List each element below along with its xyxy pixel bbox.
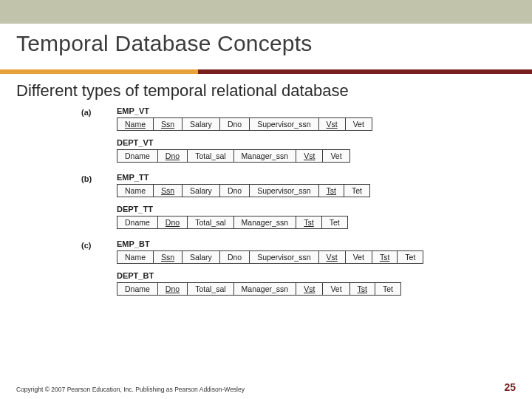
schema-attr: Total_sal (188, 216, 233, 229)
schema-attr: Dname (117, 283, 158, 296)
schema-attr: Dname (117, 216, 158, 229)
slide: Temporal Database Concepts Different typ… (0, 0, 532, 399)
schema-attr: Vet (345, 251, 372, 264)
schema-table: NameSsnSalaryDnoSupervisor_ssnTstTet (117, 184, 370, 197)
schema-attr: Tet (321, 216, 347, 229)
copyright-text: Copyright © 2007 Pearson Education, Inc.… (16, 386, 245, 393)
schema-table: DnameDnoTotal_salManager_ssnVstVet (117, 149, 350, 163)
content-area: (a)EMP_VTNameSsnSalaryDnoSupervisor_ssnV… (0, 106, 532, 303)
schema-section: (a)EMP_VTNameSsnSalaryDnoSupervisor_ssnV… (81, 106, 466, 170)
table-row: DnameDnoTotal_salManager_ssnVstVet (117, 150, 350, 163)
schema-attr: Tet (375, 283, 400, 296)
schema-attr: Ssn (154, 185, 183, 197)
schema-name: DEPT_TT (117, 205, 466, 214)
schema-attr: Tst (372, 251, 397, 264)
table-row: DnameDnoTotal_salManager_ssnTstTet (117, 216, 348, 229)
schema-block: EMP_TTNameSsnSalaryDnoSupervisor_ssnTstT… (117, 173, 466, 197)
schema-attr: Ssn (154, 251, 183, 264)
schema-attr: Vst (318, 118, 345, 131)
section-body: EMP_TTNameSsnSalaryDnoSupervisor_ssnTstT… (117, 173, 466, 236)
schema-attr: Salary (183, 251, 220, 264)
schema-table: DnameDnoTotal_salManager_ssnVstVetTstTet (117, 282, 401, 296)
schema-attr: Dno (157, 283, 187, 296)
section-letter: (b) (81, 173, 96, 183)
table-row: NameSsnSalaryDnoSupervisor_ssnTstTet (117, 185, 370, 197)
schema-name: EMP_TT (117, 173, 466, 182)
schema-attr: Manager_ssn (233, 216, 296, 229)
schema-attr: Supervisor_ssn (250, 185, 318, 197)
table-row: NameSsnSalaryDnoSupervisor_ssnVstVetTstT… (117, 251, 423, 264)
top-band (0, 0, 532, 24)
schema-attr: Salary (183, 118, 220, 131)
rule-row (0, 69, 532, 74)
schema-block: DEPT_TTDnameDnoTotal_salManager_ssnTstTe… (117, 205, 466, 229)
schema-attr: Name (117, 185, 154, 197)
rule-left (0, 69, 198, 74)
schema-attr: Dno (219, 118, 249, 131)
schema-table: NameSsnSalaryDnoSupervisor_ssnVstVet (117, 117, 372, 131)
schema-name: DEPT_BT (117, 271, 466, 280)
schema-section: (c)EMP_BTNameSsnSalaryDnoSupervisor_ssnV… (81, 239, 466, 303)
schema-attr: Total_sal (188, 150, 233, 163)
schema-attr: Name (117, 251, 154, 264)
schema-attr: Tet (398, 251, 423, 264)
rule-right (198, 69, 532, 74)
schema-attr: Manager_ssn (233, 150, 296, 163)
schema-block: EMP_BTNameSsnSalaryDnoSupervisor_ssnVstV… (117, 239, 466, 264)
section-body: EMP_BTNameSsnSalaryDnoSupervisor_ssnVstV… (117, 239, 466, 303)
schema-attr: Tst (349, 283, 375, 296)
schema-table: NameSsnSalaryDnoSupervisor_ssnVstVetTstT… (117, 250, 423, 264)
schema-attr: Tst (296, 216, 321, 229)
schema-attr: Tst (318, 185, 344, 197)
section-row: (a)EMP_VTNameSsnSalaryDnoSupervisor_ssnV… (81, 106, 466, 170)
schema-name: EMP_VT (117, 106, 466, 115)
schema-name: DEPT_VT (117, 138, 466, 147)
schema-attr: Dno (219, 251, 249, 264)
page-number: 25 (504, 381, 516, 393)
schema-attr: Vet (323, 150, 349, 163)
schema-attr: Name (117, 118, 154, 131)
schema-attr: Ssn (154, 118, 183, 131)
schema-attr: Salary (183, 185, 220, 197)
schema-attr: Supervisor_ssn (250, 251, 318, 264)
section-letter: (a) (81, 106, 96, 117)
schema-block: DEPT_VTDnameDnoTotal_salManager_ssnVstVe… (117, 138, 466, 163)
slide-subtitle: Different types of temporal relational d… (0, 74, 532, 105)
section-row: (c)EMP_BTNameSsnSalaryDnoSupervisor_ssnV… (81, 239, 466, 303)
schema-name: EMP_BT (117, 239, 466, 248)
schema-attr: Vet (323, 283, 349, 296)
schema-attr: Tet (344, 185, 369, 197)
schema-attr: Dno (157, 216, 187, 229)
schema-attr: Manager_ssn (233, 283, 296, 296)
title-area: Temporal Database Concepts (0, 24, 532, 69)
schema-table: DnameDnoTotal_salManager_ssnTstTet (117, 216, 348, 229)
schema-attr: Vst (296, 150, 323, 163)
schema-block: EMP_VTNameSsnSalaryDnoSupervisor_ssnVstV… (117, 106, 466, 131)
schema-attr: Vst (318, 251, 345, 264)
schema-block: DEPT_BTDnameDnoTotal_salManager_ssnVstVe… (117, 271, 466, 296)
table-row: NameSsnSalaryDnoSupervisor_ssnVstVet (117, 118, 372, 131)
schema-attr: Dno (157, 150, 187, 163)
schema-attr: Total_sal (188, 283, 233, 296)
section-body: EMP_VTNameSsnSalaryDnoSupervisor_ssnVstV… (117, 106, 466, 170)
section-letter: (c) (81, 239, 96, 250)
schema-attr: Vst (296, 283, 323, 296)
schema-attr: Dno (219, 185, 249, 197)
slide-title: Temporal Database Concepts (16, 31, 516, 56)
schema-attr: Supervisor_ssn (250, 118, 318, 131)
section-row: (b)EMP_TTNameSsnSalaryDnoSupervisor_ssnT… (81, 173, 466, 236)
schema-attr: Dname (117, 150, 158, 163)
schema-section: (b)EMP_TTNameSsnSalaryDnoSupervisor_ssnT… (81, 173, 466, 236)
schema-attr: Vet (345, 118, 372, 131)
footer: Copyright © 2007 Pearson Education, Inc.… (16, 381, 516, 393)
table-row: DnameDnoTotal_salManager_ssnVstVetTstTet (117, 283, 401, 296)
